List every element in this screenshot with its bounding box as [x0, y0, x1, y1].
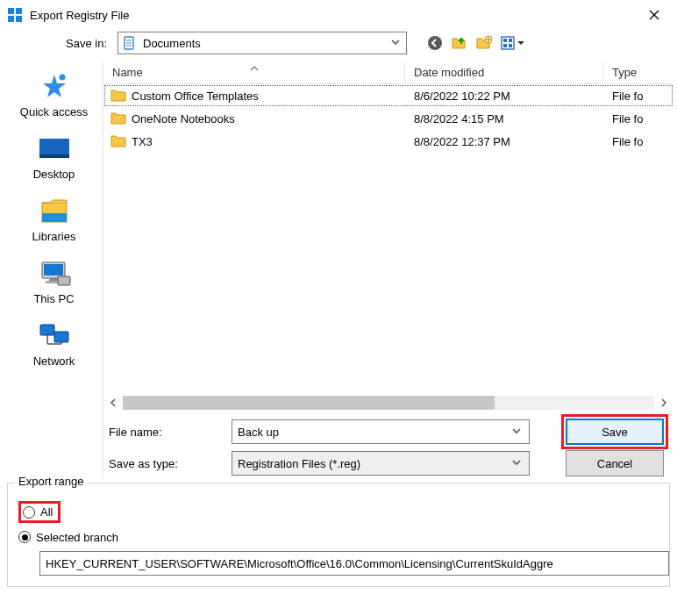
file-name-input[interactable]: Back up: [232, 419, 530, 444]
svg-rect-26: [49, 278, 58, 281]
column-header-label: Name: [112, 66, 143, 79]
column-header-type[interactable]: Type: [603, 61, 673, 83]
column-header-name[interactable]: Name: [103, 61, 405, 83]
svg-rect-1: [16, 8, 22, 14]
file-date: 8/8/2022 4:15 PM: [405, 112, 603, 125]
places-bar: Quick access Desktop Libraries: [5, 60, 103, 479]
svg-rect-28: [58, 276, 70, 285]
places-network[interactable]: Network: [5, 318, 103, 375]
file-name: Custom Office Templates: [132, 90, 259, 103]
quick-access-icon: [39, 72, 69, 102]
file-type: File fo: [603, 90, 673, 103]
folder-up-icon: [451, 34, 468, 52]
radio-selected-branch[interactable]: [18, 531, 31, 543]
save-in-label: Save in:: [53, 37, 112, 50]
this-pc-icon: [37, 259, 72, 289]
save-as-type-combo[interactable]: Registration Files (*.reg): [232, 451, 530, 476]
svg-rect-30: [54, 332, 68, 342]
cancel-button-label: Cancel: [597, 457, 632, 470]
chevron-down-icon: [511, 426, 524, 439]
file-row[interactable]: OneNote Notebooks 8/8/2022 4:15 PM File …: [103, 107, 673, 130]
selected-branch-input[interactable]: HKEY_CURRENT_USER\SOFTWARE\Microsoft\Off…: [39, 551, 669, 576]
svg-rect-18: [509, 44, 512, 47]
libraries-icon: [39, 197, 70, 226]
file-type: File fo: [603, 112, 673, 125]
app-icon: [7, 7, 23, 23]
file-row[interactable]: TX3 8/8/2022 12:37 PM File fo: [103, 130, 673, 153]
svg-rect-25: [44, 264, 63, 276]
svg-rect-23: [42, 213, 67, 222]
up-button[interactable]: [449, 32, 470, 54]
svg-rect-16: [509, 39, 512, 42]
places-label: Network: [33, 355, 75, 368]
svg-rect-13: [487, 39, 491, 40]
places-label: This PC: [33, 292, 74, 305]
new-folder-button[interactable]: [474, 32, 495, 54]
save-as-type-value: Registration Files (*.reg): [238, 457, 511, 470]
file-rows: Custom Office Templates 8/6/2022 10:22 P…: [103, 84, 673, 395]
scrollbar-thumb[interactable]: [123, 396, 495, 410]
export-range-group: Export range All Selected branch HKEY_CU…: [7, 483, 670, 587]
selected-branch-value: HKEY_CURRENT_USER\SOFTWARE\Microsoft\Off…: [46, 557, 553, 570]
save-button-highlight: Save: [561, 414, 668, 449]
svg-rect-17: [503, 44, 507, 47]
view-menu-button[interactable]: [498, 32, 528, 54]
file-row[interactable]: Custom Office Templates 8/6/2022 10:22 P…: [103, 84, 673, 107]
sort-ascending-icon: [250, 61, 259, 74]
chevron-down-icon: [390, 37, 403, 50]
column-headers: Name Date modified Type: [103, 61, 673, 84]
close-icon: [649, 10, 659, 20]
svg-rect-29: [40, 325, 54, 335]
window-title: Export Registry File: [30, 9, 637, 22]
export-range-legend: Export range: [15, 475, 87, 488]
radio-all-label: All: [40, 505, 53, 519]
folder-icon: [110, 89, 126, 103]
new-folder-icon: [475, 34, 493, 52]
toolbar-nav-icons: [424, 32, 528, 54]
places-label: Quick access: [20, 105, 88, 118]
scroll-left-icon[interactable]: [105, 396, 121, 410]
column-header-label: Date modified: [414, 66, 484, 79]
places-quick-access[interactable]: Quick access: [5, 68, 103, 125]
scroll-right-icon[interactable]: [656, 396, 672, 410]
save-button-label: Save: [602, 426, 628, 439]
svg-rect-3: [16, 16, 22, 22]
radio-all[interactable]: [23, 506, 35, 519]
svg-rect-0: [8, 8, 14, 14]
back-icon: [426, 34, 444, 52]
places-libraries[interactable]: Libraries: [5, 193, 103, 250]
svg-point-10: [428, 36, 442, 50]
file-list-pane: Name Date modified Type Custom Office Te…: [103, 61, 673, 479]
titlebar: Export Registry File: [0, 0, 677, 30]
file-date: 8/6/2022 10:22 PM: [405, 90, 603, 103]
places-desktop[interactable]: Desktop: [5, 131, 103, 188]
file-name: TX3: [132, 135, 153, 148]
scrollbar-track[interactable]: [123, 396, 654, 410]
network-icon: [37, 321, 72, 351]
column-header-label: Type: [612, 66, 637, 79]
save-in-combo[interactable]: Documents: [118, 32, 407, 54]
file-name-label: File name:: [109, 426, 232, 439]
svg-rect-21: [39, 154, 69, 158]
all-option-highlight: All: [18, 501, 61, 523]
save-in-value: Documents: [143, 37, 390, 50]
places-label: Libraries: [32, 230, 76, 243]
folder-icon: [110, 111, 126, 125]
close-button[interactable]: [637, 3, 672, 27]
documents-icon: [122, 35, 138, 51]
view-menu-icon: [500, 34, 526, 52]
save-button[interactable]: Save: [566, 419, 664, 445]
cancel-button[interactable]: Cancel: [566, 450, 664, 476]
radio-selected-branch-label: Selected branch: [36, 531, 118, 544]
save-in-row: Save in: Documents: [0, 30, 677, 60]
folder-icon: [110, 134, 126, 148]
horizontal-scrollbar[interactable]: [103, 395, 673, 411]
main-area: Quick access Desktop Libraries: [0, 60, 677, 479]
places-label: Desktop: [33, 168, 75, 181]
back-button[interactable]: [424, 32, 445, 54]
chevron-down-icon: [511, 457, 524, 470]
column-header-date[interactable]: Date modified: [405, 61, 603, 83]
svg-rect-2: [8, 16, 14, 22]
places-this-pc[interactable]: This PC: [5, 255, 103, 312]
save-as-type-label: Save as type:: [109, 457, 232, 470]
